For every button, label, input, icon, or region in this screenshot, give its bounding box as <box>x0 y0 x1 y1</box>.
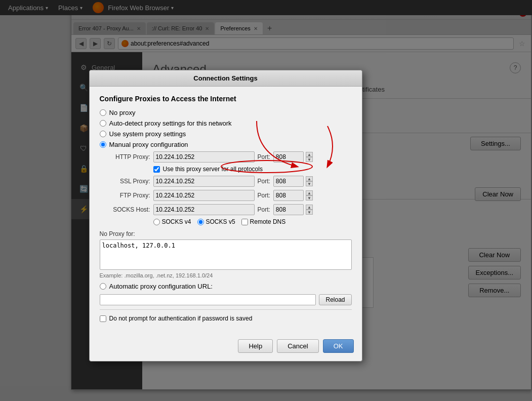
dialog-body: Configure Proxies to Access the Internet… <box>90 87 362 335</box>
radio-manual-proxy: Manual proxy configuration <box>100 141 352 148</box>
socks-port-down-icon[interactable]: ▼ <box>306 210 313 215</box>
dont-prompt-label: Do not prompt for authentication if pass… <box>109 315 253 322</box>
http-port-label: Port: <box>258 153 270 161</box>
no-proxy-textarea[interactable]: localhost, 127.0.0.1 <box>100 239 352 270</box>
ok-button[interactable]: OK <box>323 339 354 353</box>
auto-proxy-label: Automatic proxy configuration URL: <box>109 283 213 290</box>
connection-settings-dialog: Connection Settings Configure Proxies to… <box>89 70 362 362</box>
auto-proxy-input[interactable] <box>100 294 316 305</box>
ftp-port-up-icon[interactable]: ▲ <box>306 190 313 195</box>
radio-no-proxy: No proxy <box>100 109 352 116</box>
dialog-footer: Help Cancel OK <box>90 335 362 361</box>
ftp-proxy-input[interactable] <box>153 190 255 201</box>
example-text: Example: .mozilla.org, .net.nz, 192.168.… <box>100 272 352 278</box>
dont-prompt-row: Do not prompt for authentication if pass… <box>100 315 352 322</box>
ftp-port-label: Port: <box>258 192 270 199</box>
radio-system-proxy-label: Use system proxy settings <box>109 130 186 138</box>
http-port-input[interactable] <box>273 151 304 163</box>
reload-button[interactable]: Reload <box>319 294 351 305</box>
auto-proxy-row: Automatic proxy configuration URL: <box>100 283 352 290</box>
ssl-port-down-icon[interactable]: ▼ <box>306 181 313 186</box>
ftp-port-input[interactable] <box>273 190 304 201</box>
radio-no-proxy-label: No proxy <box>109 109 136 116</box>
ssl-proxy-input[interactable] <box>153 176 255 187</box>
http-proxy-label: HTTP Proxy: <box>100 153 150 161</box>
radio-manual-proxy-input[interactable] <box>100 141 106 148</box>
ssl-proxy-label: SSL Proxy: <box>100 178 150 185</box>
auto-proxy-radio[interactable] <box>100 283 106 290</box>
radio-auto-detect: Auto-detect proxy settings for this netw… <box>100 119 352 127</box>
remote-dns-checkbox[interactable] <box>241 219 248 225</box>
http-proxy-row: HTTP Proxy: Port: ▲ ▼ <box>100 151 352 163</box>
http-port-up-icon[interactable]: ▲ <box>306 152 313 157</box>
socks-host-label: SOCKS Host: <box>100 206 150 213</box>
radio-auto-detect-input[interactable] <box>100 120 106 127</box>
dialog-titlebar: Connection Settings <box>90 70 362 87</box>
socks-host-row: SOCKS Host: Port: ▲ ▼ <box>100 204 352 215</box>
modal-overlay: Connection Settings Configure Proxies to… <box>0 0 532 401</box>
radio-system-proxy-input[interactable] <box>100 131 106 137</box>
socks-host-input[interactable] <box>153 204 255 215</box>
ssl-port-input[interactable] <box>273 176 304 187</box>
socks-port-label: Port: <box>258 206 270 213</box>
dont-prompt-checkbox[interactable] <box>100 315 106 322</box>
remote-dns-option: Remote DNS <box>241 218 286 225</box>
ssl-proxy-row: SSL Proxy: Port: ▲ ▼ <box>100 176 352 187</box>
radio-system-proxy: Use system proxy settings <box>100 130 352 138</box>
socks-v4-label: SOCKS v4 <box>162 218 191 225</box>
radio-auto-detect-label: Auto-detect proxy settings for this netw… <box>109 119 232 127</box>
socks-port-input[interactable] <box>273 204 304 215</box>
socks-v4-option: SOCKS v4 <box>153 218 191 225</box>
socks-v5-radio[interactable] <box>197 219 204 225</box>
ssl-port-up-icon[interactable]: ▲ <box>306 176 313 181</box>
use-for-all-row: Use this proxy server for all protocols <box>153 166 352 173</box>
ftp-port-spinner: ▲ ▼ <box>306 190 313 200</box>
radio-no-proxy-input[interactable] <box>100 109 106 116</box>
ssl-port-spinner: ▲ ▼ <box>306 176 313 186</box>
remote-dns-label: Remote DNS <box>250 218 286 225</box>
ssl-port-label: Port: <box>258 178 270 185</box>
help-button[interactable]: Help <box>238 339 273 353</box>
http-proxy-input[interactable] <box>153 151 255 163</box>
ftp-proxy-row: FTP Proxy: Port: ▲ ▼ <box>100 190 352 201</box>
no-proxy-for-label: No Proxy for: <box>100 230 352 237</box>
ftp-port-down-icon[interactable]: ▼ <box>306 195 313 200</box>
socks-v4-radio[interactable] <box>153 219 160 225</box>
socks-port-up-icon[interactable]: ▲ <box>306 205 313 210</box>
http-port-down-icon[interactable]: ▼ <box>306 157 313 162</box>
http-port-spinner: ▲ ▼ <box>306 152 313 162</box>
use-for-all-checkbox[interactable] <box>153 166 160 173</box>
socks-options-row: SOCKS v4 SOCKS v5 Remote DNS <box>153 218 352 225</box>
socks-v5-label: SOCKS v5 <box>206 218 235 225</box>
dialog-heading: Configure Proxies to Access the Internet <box>100 95 352 103</box>
ftp-proxy-label: FTP Proxy: <box>100 192 150 199</box>
auto-proxy-input-row: Reload <box>100 294 352 305</box>
cancel-button[interactable]: Cancel <box>277 339 318 353</box>
radio-manual-proxy-label: Manual proxy configuration <box>109 141 188 148</box>
socks-v5-option: SOCKS v5 <box>197 218 235 225</box>
socks-port-spinner: ▲ ▼ <box>306 205 313 215</box>
use-for-all-label: Use this proxy server for all protocols <box>163 166 263 173</box>
